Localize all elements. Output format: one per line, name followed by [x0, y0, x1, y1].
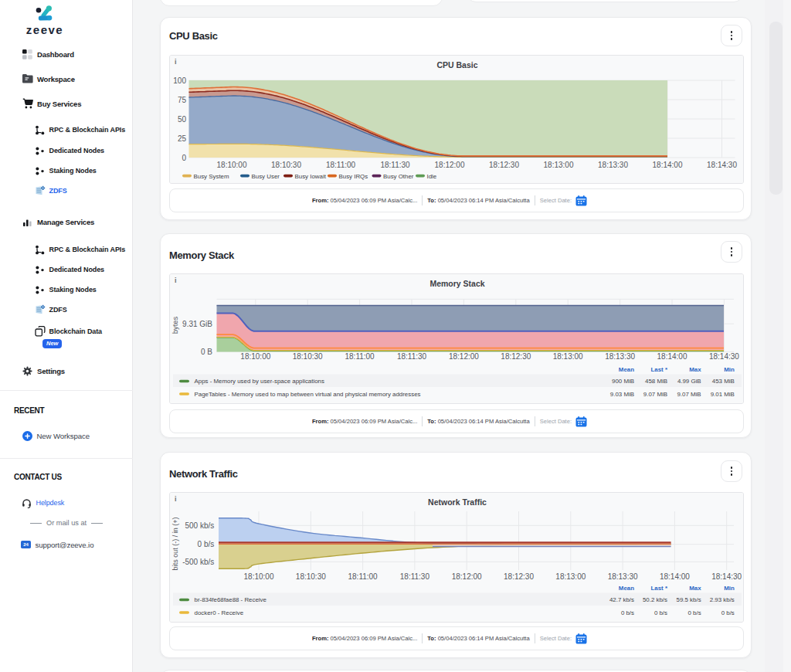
svg-text:500 kb/s: 500 kb/s — [185, 521, 214, 530]
svg-text:Min: Min — [724, 366, 735, 373]
svg-text:18:13:30: 18:13:30 — [605, 352, 635, 361]
svg-text:Max: Max — [689, 366, 701, 373]
svg-text:0: 0 — [182, 154, 186, 162]
svg-text:900 MiB: 900 MiB — [612, 378, 634, 385]
svg-text:18:12:00: 18:12:00 — [452, 572, 482, 581]
svg-text:0 b/s: 0 b/s — [654, 609, 667, 616]
svg-text:18:13:30: 18:13:30 — [608, 572, 638, 581]
svg-text:9.01 MiB: 9.01 MiB — [711, 391, 735, 398]
svg-text:18:13:00: 18:13:00 — [555, 572, 586, 581]
svg-text:18:10:30: 18:10:30 — [296, 572, 326, 581]
svg-text:i: i — [175, 58, 177, 66]
svg-text:Busy System: Busy System — [194, 173, 229, 180]
svg-text:PageTables - Memory used to ma: PageTables - Memory used to map between … — [195, 391, 421, 398]
svg-text:18:12:30: 18:12:30 — [504, 572, 534, 581]
svg-text:42.7 kb/s: 42.7 kb/s — [609, 596, 634, 603]
svg-text:Busy Iowait: Busy Iowait — [295, 173, 327, 180]
svg-text:18:12:00: 18:12:00 — [435, 161, 465, 169]
svg-text:18:11:00: 18:11:00 — [348, 572, 379, 581]
svg-text:Last *: Last * — [651, 366, 668, 373]
svg-text:18:14:00: 18:14:00 — [660, 572, 690, 581]
svg-text:Mean: Mean — [619, 585, 634, 592]
svg-text:18:14:00: 18:14:00 — [657, 352, 687, 361]
svg-text:9.07 MiB: 9.07 MiB — [677, 391, 701, 398]
svg-text:50: 50 — [178, 115, 187, 124]
svg-text:bits out (-) / in (+): bits out (-) / in (+) — [171, 518, 179, 571]
svg-text:Min: Min — [724, 585, 735, 592]
svg-text:18:10:00: 18:10:00 — [244, 572, 274, 581]
svg-text:18:13:00: 18:13:00 — [544, 161, 574, 169]
svg-text:18:10:30: 18:10:30 — [293, 352, 323, 361]
svg-text:9.07 MiB: 9.07 MiB — [643, 391, 667, 398]
svg-text:18:11:30: 18:11:30 — [380, 161, 410, 169]
svg-text:Apps - Memory used by user-spa: Apps - Memory used by user-space applica… — [195, 378, 324, 385]
svg-text:0 b/s: 0 b/s — [198, 540, 215, 548]
svg-text:50.2 kb/s: 50.2 kb/s — [643, 596, 667, 603]
svg-text:18:11:30: 18:11:30 — [400, 572, 430, 581]
svg-text:59.5 kb/s: 59.5 kb/s — [677, 596, 701, 603]
svg-text:18:14:00: 18:14:00 — [653, 161, 683, 169]
svg-text:18:10:00: 18:10:00 — [240, 352, 270, 361]
svg-text:18:12:30: 18:12:30 — [489, 161, 519, 169]
svg-text:18:14:30: 18:14:30 — [709, 352, 739, 361]
svg-text:CPU Basic: CPU Basic — [436, 60, 477, 70]
svg-text:4.99 GiB: 4.99 GiB — [677, 378, 701, 385]
svg-text:bytes: bytes — [171, 316, 179, 334]
svg-text:458 MiB: 458 MiB — [645, 378, 667, 385]
svg-text:docker0 - Receive: docker0 - Receive — [195, 609, 244, 616]
svg-text:453 MiB: 453 MiB — [712, 378, 735, 385]
svg-text:24: 24 — [23, 542, 29, 547]
svg-text:18:11:00: 18:11:00 — [326, 161, 356, 169]
svg-text:18:14:30: 18:14:30 — [707, 161, 737, 169]
svg-text:i: i — [175, 495, 177, 503]
svg-text:25: 25 — [178, 134, 187, 143]
svg-text:i: i — [175, 277, 177, 284]
svg-text:18:14:30: 18:14:30 — [711, 572, 742, 581]
svg-text:18:13:30: 18:13:30 — [598, 161, 628, 169]
svg-text:18:13:00: 18:13:00 — [553, 352, 583, 361]
svg-text:18:11:30: 18:11:30 — [397, 352, 427, 361]
svg-text:18:11:00: 18:11:00 — [345, 352, 375, 361]
svg-text:0 B: 0 B — [201, 348, 212, 356]
svg-text:18:10:30: 18:10:30 — [271, 161, 301, 169]
svg-text:Idle: Idle — [427, 173, 437, 180]
svg-text:Busy IRQs: Busy IRQs — [339, 173, 368, 180]
svg-text:br-834fe68fae88 - Receive: br-834fe68fae88 - Receive — [195, 596, 267, 603]
svg-text:Network Traffic: Network Traffic — [428, 497, 487, 507]
svg-text:0 b/s: 0 b/s — [621, 609, 634, 616]
svg-text:75: 75 — [178, 96, 187, 104]
svg-text:Memory Stack: Memory Stack — [429, 279, 484, 288]
svg-text:Last *: Last * — [651, 585, 668, 592]
svg-text:-500 kb/s: -500 kb/s — [182, 558, 214, 566]
svg-text:18:12:30: 18:12:30 — [501, 352, 531, 361]
svg-text:0 b/s: 0 b/s — [687, 609, 701, 616]
svg-text:2.93 kb/s: 2.93 kb/s — [710, 596, 735, 603]
svg-text:Max: Max — [689, 585, 701, 592]
svg-text:Mean: Mean — [619, 366, 634, 373]
svg-text:100: 100 — [173, 76, 186, 85]
svg-text:Busy User: Busy User — [252, 173, 280, 180]
svg-text:18:12:00: 18:12:00 — [449, 352, 479, 361]
svg-text:Busy Other: Busy Other — [383, 173, 414, 180]
svg-text:18:10:00: 18:10:00 — [217, 161, 247, 169]
svg-text:0 b/s: 0 b/s — [721, 609, 735, 616]
svg-text:9.31 GiB: 9.31 GiB — [182, 320, 212, 328]
svg-text:9.03 MiB: 9.03 MiB — [610, 391, 634, 398]
